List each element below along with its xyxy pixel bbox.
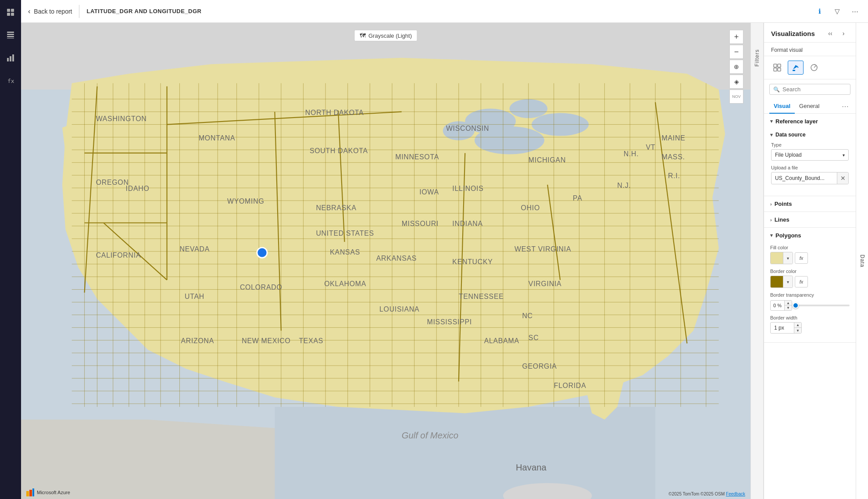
data-source-header[interactable]: ▾ Data source: [768, 129, 852, 140]
sidebar-table-icon[interactable]: [4, 28, 18, 42]
svg-text:TEXAS: TEXAS: [299, 337, 323, 345]
expand-panel-button[interactable]: ›: [838, 28, 849, 39]
viz-icon-general[interactable]: [769, 61, 785, 75]
svg-text:N.H.: N.H.: [624, 150, 639, 158]
collapse-panel-button[interactable]: ‹‹: [825, 28, 836, 39]
tabs-row: Visual General ⋯: [764, 99, 856, 114]
viz-header: Visualizations ‹‹ ›: [764, 23, 856, 43]
fill-color-control: ▾ fx: [770, 252, 850, 264]
sidebar-dax-icon[interactable]: fx: [4, 74, 18, 88]
polygons-section: ▾ Polygons Fill color ▾ fx: [764, 228, 856, 343]
lines-section[interactable]: › Lines: [764, 212, 856, 228]
border-transparency-input[interactable]: 0 % ▲ ▼: [770, 300, 792, 311]
svg-text:VIRGINIA: VIRGINIA: [529, 280, 562, 287]
map-style-badge[interactable]: 🗺 Grayscale (Light): [354, 30, 418, 41]
reference-layer-label: Reference layer: [775, 118, 818, 125]
filter-button[interactable]: ▽: [831, 5, 843, 18]
svg-rect-143: [29, 490, 32, 496]
svg-rect-4: [7, 32, 14, 33]
svg-text:VT: VT: [646, 144, 655, 151]
svg-text:MONTANA: MONTANA: [199, 134, 235, 142]
viz-icon-analytics[interactable]: [806, 61, 822, 75]
border-color-swatch-button[interactable]: ▾: [770, 276, 793, 288]
zoom-out-button[interactable]: −: [729, 45, 743, 59]
zoom-in-button[interactable]: +: [729, 30, 743, 44]
type-label: Type: [771, 142, 849, 147]
svg-text:WISCONSIN: WISCONSIN: [446, 125, 489, 132]
polygons-header[interactable]: ▾ Polygons: [764, 228, 856, 243]
border-color-fx-button[interactable]: fx: [795, 276, 808, 287]
border-transparency-track[interactable]: [796, 305, 850, 306]
header-actions: ℹ ▽ ⋯: [814, 5, 861, 18]
data-source-chevron-icon: ▾: [770, 132, 773, 138]
svg-text:WEST VIRGINIA: WEST VIRGINIA: [514, 245, 571, 253]
type-select[interactable]: File Upload ▾: [771, 149, 849, 161]
svg-rect-144: [32, 488, 34, 496]
tab-more-button[interactable]: ⋯: [840, 101, 850, 112]
svg-rect-6: [7, 36, 14, 37]
map-area[interactable]: WASHINGTON OREGON CALIFORNIA IDAHO MONTA…: [21, 23, 750, 499]
filters-panel[interactable]: Filters: [750, 23, 764, 499]
file-input[interactable]: US_County_Bound... ✕: [771, 172, 849, 184]
compass-button[interactable]: ◈: [729, 75, 743, 89]
border-transparency-row: Border transparency 0 % ▲ ▼: [770, 292, 850, 311]
svg-text:OHIO: OHIO: [521, 204, 540, 212]
svg-line-150: [797, 66, 798, 68]
fill-color-fx-button[interactable]: fx: [795, 252, 808, 264]
border-transparency-decrement[interactable]: ▼: [785, 305, 792, 310]
reference-layer-header[interactable]: ▾ Reference layer: [764, 114, 856, 129]
svg-rect-2: [7, 13, 10, 16]
filters-label[interactable]: Filters: [754, 49, 760, 67]
svg-text:WYOMING: WYOMING: [227, 197, 264, 205]
points-section[interactable]: › Points: [764, 196, 856, 212]
info-button[interactable]: ℹ: [814, 5, 826, 18]
filter-icon: ▽: [835, 7, 840, 15]
viz-icons-row: [764, 56, 856, 79]
points-chevron-icon: ›: [770, 201, 772, 207]
border-width-spinners: ▲ ▼: [794, 323, 801, 333]
reference-layer-section: ▾ Reference layer ▾ Data source Type Fil…: [764, 114, 856, 196]
north-button[interactable]: ⊕: [729, 60, 743, 74]
type-chevron-icon: ▾: [843, 153, 845, 158]
tab-visual[interactable]: Visual: [769, 99, 795, 114]
svg-text:NEW MEXICO: NEW MEXICO: [242, 337, 290, 345]
tab-general[interactable]: General: [795, 99, 824, 114]
svg-rect-148: [778, 68, 781, 71]
data-tab[interactable]: Data: [856, 23, 868, 499]
search-icon: 🔍: [773, 86, 780, 93]
viz-icon-format[interactable]: [788, 61, 804, 75]
border-width-decrement[interactable]: ▼: [794, 328, 801, 333]
more-icon: ⋯: [852, 7, 858, 15]
svg-text:WASHINGTON: WASHINGTON: [96, 115, 147, 122]
data-tab-label[interactable]: Data: [859, 255, 865, 267]
svg-text:MICHIGAN: MICHIGAN: [529, 156, 566, 164]
map-svg: WASHINGTON OREGON CALIFORNIA IDAHO MONTA…: [21, 23, 750, 499]
type-value: File Upload: [775, 152, 802, 158]
border-color-chevron-icon: ▾: [783, 276, 793, 287]
type-row: Type File Upload ▾: [771, 142, 849, 161]
border-transparency-thumb[interactable]: [793, 302, 799, 309]
grid-icon: [773, 63, 782, 72]
info-icon: ℹ: [818, 7, 821, 15]
svg-rect-5: [7, 34, 14, 35]
svg-rect-146: [778, 64, 781, 67]
search-input[interactable]: [782, 86, 847, 93]
border-width-increment[interactable]: ▲: [794, 323, 801, 328]
file-clear-button[interactable]: ✕: [837, 172, 848, 184]
svg-point-137: [257, 248, 267, 258]
border-transparency-increment[interactable]: ▲: [785, 301, 792, 305]
feedback-link[interactable]: Feedback: [726, 492, 745, 496]
polygons-body: Fill color ▾ fx Border color: [764, 243, 856, 342]
border-transparency-value: 0 %: [771, 302, 784, 309]
svg-rect-7: [7, 38, 14, 39]
sidebar-chart-icon[interactable]: [4, 51, 18, 65]
svg-text:NORTH DAKOTA: NORTH DAKOTA: [305, 109, 364, 116]
fill-color-swatch-button[interactable]: ▾: [770, 252, 793, 264]
back-to-report-link[interactable]: ‹ Back to report: [28, 7, 72, 15]
search-box[interactable]: 🔍: [769, 84, 850, 95]
nov-label: NOV: [729, 90, 743, 104]
more-options-button[interactable]: ⋯: [849, 5, 861, 18]
sidebar-home-icon[interactable]: [4, 5, 18, 19]
fill-color-label: Fill color: [770, 245, 850, 250]
border-width-input[interactable]: 1 px ▲ ▼: [770, 322, 802, 334]
